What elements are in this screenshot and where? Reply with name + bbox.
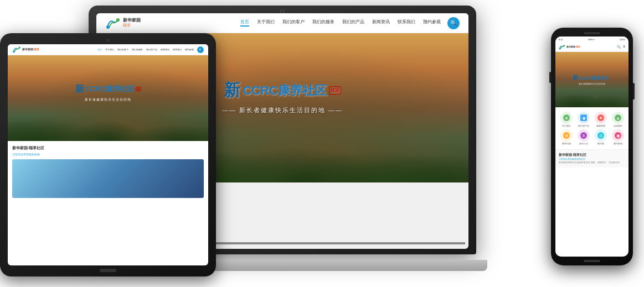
phone-nav-icons[interactable]: 🔍 ≡ (617, 45, 625, 49)
phone-content-text: 新华家园·颐享社区是集养老居住 服务、康复医疗、文化娱乐等... (559, 161, 625, 164)
svg-text:◉: ◉ (616, 133, 620, 138)
activity-icon[interactable]: ▲ (612, 112, 624, 124)
nav-item-services[interactable]: 我们的服务 (312, 19, 334, 27)
tablet-content-title: 新华家园·颐享社区 (12, 145, 204, 151)
tablet-bezel: 新华家园 颐享 首页 关于我们 我们的客户 我们的服务 我们的产品 新闻资讯 联… (8, 44, 208, 265)
phone-icon-about[interactable]: ★ 关于我们 (559, 112, 574, 127)
tablet-hero-badge: 试 (136, 87, 141, 91)
hero-title: 新 CCRC康养社区 试运 (222, 79, 343, 102)
tablet-hero-text: 新 CCRC康养社区 试 新长者健康快乐生活目的地 (75, 84, 141, 102)
tablet-screen: 新华家园 颐享 首页 关于我们 我们的客户 我们的服务 我们的产品 新闻资讯 联… (8, 44, 208, 265)
phone-volume-button[interactable] (549, 72, 551, 83)
phone-nav: 新华家园 颐享 🔍 ≡ (555, 42, 628, 52)
svg-text:⊙: ⊙ (599, 133, 602, 138)
tablet-search-icon[interactable]: 🔍 (197, 46, 204, 53)
svg-point-2 (13, 51, 14, 53)
tablet-hero-subtitle: 新长者健康快乐生活目的地 (75, 97, 141, 102)
phone-content-title: 新华家园·颐享社区 (559, 153, 625, 157)
phone-icon-reserve[interactable]: ◉ 预约参观 (610, 129, 625, 145)
phone-status-bar: 9:51 WiFi ▾ 100% (555, 36, 628, 42)
hero-badge: 试运 (329, 86, 341, 95)
care-label: 颐乐院 (597, 143, 604, 145)
phone-hero-text: 新 CCRC康养社区 ▲ 新长者健康快乐生活目的地 (573, 74, 611, 85)
tablet-nav-contact[interactable]: 联系我们 (173, 48, 182, 51)
search-icon[interactable]: 🔍 (447, 17, 460, 29)
tablet-nav-reserve[interactable]: 预约参观 (185, 48, 194, 51)
tablet-content: 新华家园·颐享社区 大型综合养老服务机构 (8, 141, 208, 202)
nav-item-reserve[interactable]: 预约参观 (423, 19, 441, 27)
care-icon[interactable]: ⊙ (595, 129, 607, 142)
reserve-icon[interactable]: ◉ (612, 129, 624, 142)
svg-point-1 (116, 18, 120, 22)
svg-text:★: ★ (565, 116, 568, 120)
logo-main: 新华家园 (123, 18, 141, 23)
phone-time: 9:51 (559, 38, 563, 41)
tablet-content-sub: 大型综合养老服务机构 (12, 153, 204, 156)
phone-hero-title: 新 CCRC康养社区 ▲ (573, 74, 611, 82)
tablet-nav-about[interactable]: 关于我们 (105, 48, 114, 51)
svg-point-0 (106, 25, 110, 29)
health-icon[interactable]: ♥ (595, 112, 607, 124)
phone-logo-icon (559, 44, 565, 50)
phone-speaker (584, 32, 600, 34)
nav-item-about[interactable]: 关于我们 (257, 19, 275, 27)
checkin-icon[interactable]: ≡ (578, 129, 590, 142)
about-icon[interactable]: ★ (560, 112, 573, 124)
phone-logo-text: 新华家园 颐享 (566, 45, 580, 48)
tablet-hero-char: 新 (75, 84, 84, 95)
tablet-nav-home[interactable]: 首页 (97, 48, 102, 51)
hero-text-block: 新 CCRC康养社区 试运 —— 新长者健康快乐生活目的地 —— (222, 79, 343, 114)
svg-point-3 (18, 46, 20, 48)
hero-char: 新 (224, 79, 240, 102)
resort-icon[interactable]: ⊕ (560, 129, 573, 142)
products-label: 我们的产品 (578, 125, 589, 127)
phone-search-icon[interactable]: 🔍 (617, 45, 621, 49)
tablet-hero-title: 新 CCRC康养社区 试 (75, 84, 141, 95)
phone-icon-health[interactable]: ♥ 健康管理 (593, 112, 608, 127)
activity-label: 活动预约 (614, 125, 622, 127)
phone-icon-activity[interactable]: ▲ 活动预约 (610, 112, 625, 127)
laptop-nav: 新华家园 颐享 首页 关于我们 我们的客户 我们的服务 我们的产品 新闻资讯 联… (96, 13, 468, 33)
logo-text-block: 新华家园 颐享 (123, 18, 141, 29)
tablet-nav-clients[interactable]: 我们的客户 (117, 48, 128, 51)
products-icon[interactable]: ◆ (578, 112, 590, 124)
phone-home-button[interactable] (584, 260, 600, 262)
phone-hero-title-text: CCRC康养社区 (579, 75, 609, 81)
phone-icon-care[interactable]: ⊙ 颐乐院 (593, 129, 608, 145)
phone-icon-resort[interactable]: ⊕ 颐养乐园 (559, 129, 574, 145)
checkin-label: 如何入住 (579, 143, 588, 145)
scene: 新华家园 颐享 首页 关于我们 我们的客户 我们的服务 我们的产品 新闻资讯 联… (0, 0, 644, 287)
nav-item-news[interactable]: 新闻资讯 (372, 19, 390, 27)
svg-text:⊕: ⊕ (564, 133, 568, 138)
laptop-logo: 新华家园 颐享 (105, 17, 141, 29)
phone-icon-products[interactable]: ◆ 我们的产品 (576, 112, 591, 127)
reserve-label: 预约参观 (614, 143, 622, 145)
health-label: 健康管理 (596, 125, 605, 127)
tablet-logo-icon (12, 46, 21, 53)
logo-icon (105, 17, 121, 29)
tablet-nav-links[interactable]: 首页 关于我们 我们的客户 我们的服务 我们的产品 新闻资讯 联系我们 预约参观 (97, 48, 194, 51)
tablet-hero-title-text: CCRC康养社区 (85, 84, 135, 94)
nav-item-home[interactable]: 首页 (240, 19, 249, 27)
tablet-logo-text: 新华家园 颐享 (22, 48, 39, 51)
tablet-nav-services[interactable]: 我们的服务 (132, 48, 143, 51)
tablet-nav-news[interactable]: 新闻资讯 (161, 48, 169, 51)
hero-title-text: CCRC康养社区 (243, 82, 327, 99)
laptop-nav-links[interactable]: 首页 关于我们 我们的客户 我们的服务 我们的产品 新闻资讯 联系我们 预约参观 (240, 19, 441, 27)
tablet-hero: 新 CCRC康养社区 试 新长者健康快乐生活目的地 (8, 55, 208, 141)
nav-item-contact[interactable]: 联系我们 (398, 19, 415, 27)
svg-text:♥: ♥ (599, 116, 602, 121)
tablet-logo: 新华家园 颐享 (12, 46, 39, 53)
phone-content: 新华家园·颐享社区 大型综合养老服务机构社区 新华家园·颐享社区是集养老居住 服… (555, 149, 628, 168)
phone-body: 9:51 WiFi ▾ 100% (551, 28, 633, 265)
phone-logo: 新华家园 颐享 (559, 44, 580, 50)
phone-menu-icon[interactable]: ≡ (623, 45, 625, 49)
nav-item-clients[interactable]: 我们的客户 (282, 19, 305, 27)
phone-icon-grid: ★ 关于我们 ◆ 我们的产品 ♥ (555, 107, 628, 149)
nav-item-products[interactable]: 我们的产品 (342, 19, 364, 27)
phone-hero: 新 CCRC康养社区 ▲ 新长者健康快乐生活目的地 (555, 52, 628, 107)
tablet-home-button[interactable] (100, 269, 116, 272)
phone-icon-checkin[interactable]: ≡ 如何入住 (576, 129, 591, 145)
phone-power-button[interactable] (633, 83, 635, 100)
tablet-nav-products[interactable]: 我们的产品 (146, 48, 157, 51)
